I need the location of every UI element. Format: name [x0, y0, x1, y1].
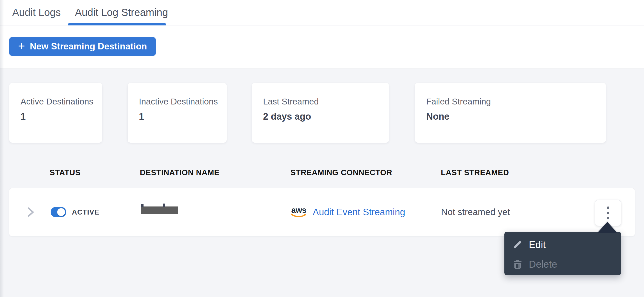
- redaction-artifact: [141, 204, 144, 207]
- pencil-icon: [512, 239, 523, 250]
- stat-card-failed-streaming: Failed Streaming None: [415, 83, 606, 143]
- destination-name-redacted: [141, 206, 178, 214]
- connector-link[interactable]: Audit Event Streaming: [313, 207, 405, 217]
- stat-card-last-streamed: Last Streamed 2 days ago: [252, 83, 389, 143]
- status-toggle[interactable]: [50, 207, 66, 217]
- redaction-artifact: [163, 203, 165, 207]
- menu-item-label: Edit: [529, 239, 546, 250]
- tab-bar: Audit Logs Audit Log Streaming: [0, 0, 644, 26]
- trash-icon: [512, 259, 523, 269]
- column-header-status: STATUS: [50, 168, 80, 177]
- stat-value: 1: [20, 111, 102, 122]
- stat-label: Active Destinations: [20, 96, 102, 107]
- aws-logo-text: aws: [291, 206, 307, 214]
- menu-item-label: Delete: [529, 259, 557, 270]
- last-streamed-value: Not streamed yet: [441, 207, 510, 217]
- toggle-knob: [57, 208, 65, 216]
- new-streaming-destination-button[interactable]: + New Streaming Destination: [9, 37, 156, 56]
- streaming-section: Active Destinations 1 Inactive Destinati…: [0, 69, 644, 297]
- column-header-streaming-connector: STREAMING CONNECTOR: [290, 168, 392, 177]
- stat-value: 2 days ago: [263, 111, 389, 122]
- stat-value: None: [426, 111, 606, 122]
- stat-card-active-destinations: Active Destinations 1: [9, 83, 102, 143]
- stat-card-inactive-destinations: Inactive Destinations 1: [128, 83, 227, 143]
- menu-pointer-arrow: [598, 222, 617, 233]
- aws-logo-icon: aws: [291, 206, 307, 218]
- plus-icon: +: [18, 40, 25, 52]
- expand-row-chevron-icon[interactable]: [27, 207, 34, 217]
- stat-label: Inactive Destinations: [139, 96, 227, 107]
- stat-value: 1: [139, 111, 227, 122]
- menu-item-delete[interactable]: Delete: [504, 254, 621, 274]
- table-row: ACTIVE aws Audit Event Streaming Not str…: [9, 188, 635, 236]
- stat-label: Last Streamed: [263, 96, 389, 107]
- tab-audit-log-streaming[interactable]: Audit Log Streaming: [75, 7, 168, 18]
- new-streaming-destination-label: New Streaming Destination: [30, 41, 147, 52]
- menu-item-edit[interactable]: Edit: [504, 235, 621, 254]
- stat-label: Failed Streaming: [426, 96, 606, 107]
- column-header-last-streamed: LAST STREAMED: [441, 168, 509, 177]
- kebab-dot: [607, 206, 609, 209]
- kebab-dot: [607, 217, 609, 219]
- row-actions-menu: Edit Delete: [504, 232, 621, 275]
- status-label: ACTIVE: [72, 208, 99, 216]
- active-tab-indicator: [68, 23, 166, 26]
- kebab-dot: [607, 212, 609, 214]
- column-header-destination-name: DESTINATION NAME: [140, 168, 220, 177]
- tab-audit-logs[interactable]: Audit Logs: [12, 7, 61, 18]
